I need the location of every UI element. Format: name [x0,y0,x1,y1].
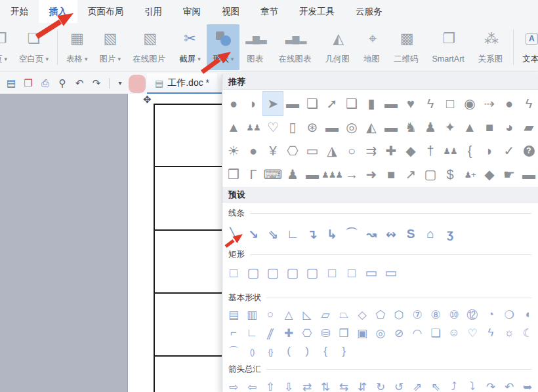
question-bubble-shape[interactable]: ? [519,139,538,163]
money-bag-dollar-shape[interactable]: $ [440,163,460,186]
curved-right-arrow-outline-shape[interactable]: ⇖ [426,378,445,392]
left-bracket-shape[interactable]: ( [279,342,298,361]
tab-insert[interactable]: 插入 [39,0,77,23]
right-arrow-shape[interactable]: → [342,163,362,186]
cover-page-button[interactable]: ❐ 页▾ [0,24,13,70]
export-pdf-button[interactable]: ❐ [20,72,37,94]
rounded-square-2-shape[interactable]: ■ [480,115,499,139]
left-right-arrow-shape[interactable]: ⇄ [298,378,316,392]
octagon-outline-shape[interactable]: ⑧ [426,305,445,324]
table-move-handle[interactable]: ✥ [143,94,152,106]
rounded-pill-shape[interactable]: ▬ [283,92,302,115]
right-bracket-shape[interactable]: ) [298,342,316,361]
elbow-double-arrow-connector-shape[interactable]: ↳ [322,223,342,245]
trend-arrow-shape[interactable]: ↗ [401,163,421,186]
toolbar-more-button[interactable]: ▾ [114,72,127,94]
presentation-shape[interactable]: ♟ [283,163,302,186]
rounded-square-shape[interactable]: ▮ [362,92,381,115]
tab-review[interactable]: 审阅 [173,0,211,23]
person-shape[interactable]: ♟ [421,115,440,139]
sun-outline-shape[interactable]: ☼ [500,324,518,342]
qrcode-button[interactable]: ▩ 二维码 [388,24,426,70]
thin-cross-shape[interactable]: † [421,139,440,163]
decagon-shape[interactable]: ⑩ [445,305,463,324]
rect-callout-shape[interactable]: ❏ [302,92,322,115]
table-button[interactable]: ▦ 表格▾ [60,24,94,70]
trapezoid-shape[interactable]: ⏢ [335,305,353,324]
laptop-shape[interactable]: ⌨ [263,163,283,186]
text-box-button[interactable]: A 文本 [516,24,538,70]
tab-start[interactable]: 开始 [0,0,39,23]
china-map-shape[interactable]: ♞ [401,115,421,139]
lightning-outline-shape[interactable]: ϟ [482,324,500,342]
right-arrow-bold-shape[interactable]: ➜ [362,163,381,186]
vertical-text-box-shape[interactable]: ▥ [243,305,261,324]
u-turn-arrow-shape[interactable]: ↻ [371,378,390,392]
picture-button[interactable]: ▧ 图片▾ [94,24,127,70]
money-bag-yen-shape[interactable]: ¥ [263,139,283,163]
quad-arrow-shape[interactable]: ⇆ [335,378,353,392]
striped-right-arrow-shape[interactable]: ↶ [500,378,518,392]
left-arrow-block-shape[interactable]: ⇦ [243,378,261,392]
tab-view[interactable]: 视图 [211,0,250,23]
heart-outline-shape[interactable]: ♡ [263,115,283,139]
smiley-face-shape[interactable]: ☺ [445,324,463,342]
irregular-seal-shape[interactable]: ⎔ [298,324,316,342]
monitor-shape[interactable]: ▭ [302,139,322,163]
right-arrow-block-shape[interactable]: ⇨ [224,378,243,392]
document-tab[interactable]: ▤ 工作.doc * [147,73,217,92]
cube-outline-shape[interactable]: ❒ [335,324,353,342]
donut-shape[interactable]: ◎ [342,115,362,139]
three-point-star-shape[interactable]: ✦ [440,115,460,139]
chart-button[interactable]: ▂▆▃ 图表 [239,24,272,70]
redo-button[interactable]: ↷ [88,72,105,94]
pie-shape[interactable]: ◔ [482,305,500,324]
tab-cloud[interactable]: 云服务 [345,0,393,23]
circular-arrow-shape[interactable]: ↺ [390,378,408,392]
oval-callout-shape[interactable]: ◗ [243,92,263,115]
blank-page-button[interactable]: ❏ 空白页▾ [13,24,54,70]
notched-right-arrow-shape[interactable]: ➥ [518,378,537,392]
bent-arrow-shape[interactable]: ⇵ [353,378,371,392]
online-picture-button[interactable]: ▧ 在线图片 [127,24,173,70]
square-shape[interactable]: ■ [381,163,401,186]
globe-logistics-shape[interactable]: ⊛ [302,115,322,139]
relationship-button[interactable]: ⁂ 关系图 [472,24,511,70]
up-arrow-block-shape[interactable]: ⇧ [261,378,279,392]
hand-pointer-shape[interactable]: ☛ [499,163,519,186]
circle-2-shape[interactable]: ● [243,139,263,163]
dashed-right-arrow-shape[interactable]: ⇢ [480,92,499,115]
online-chart-button[interactable]: ▃▆▂ 在线图表 [273,24,320,70]
hexagon-shape[interactable]: ⬡ [390,305,408,324]
scribble-shape[interactable]: ʒ [440,223,460,245]
same-side-round-corner-rectangle-shape[interactable]: ▢ [283,262,302,283]
tab-references[interactable]: 引用 [134,0,173,23]
arc-shape[interactable]: ⌒ [224,342,243,361]
curved-left-arrow-shape[interactable]: ↷ [482,378,500,392]
cross-outline-shape[interactable]: ✚ [279,324,298,342]
parallelogram-outline-shape[interactable]: ▱ [316,305,335,324]
teardrop-shape[interactable]: ❍ [500,305,518,324]
octagon-shape[interactable]: ⎔ [283,139,302,163]
lightning-bolt-shape[interactable]: ϟ [421,92,440,115]
pentagon-shape[interactable]: ⬠ [371,305,390,324]
rectangle-shape[interactable]: ▬ [322,115,342,139]
l-shape[interactable]: ∟ [243,324,261,342]
ellipse-shape[interactable]: ● [499,92,519,115]
arrowhead-up-shape[interactable]: ◭ [362,115,381,139]
curved-arrow-connector-shape[interactable]: ↝ [362,223,381,245]
donut-outline-shape[interactable]: ◎ [371,324,390,342]
isosceles-triangle-shape[interactable]: △ [279,305,298,324]
no-symbol-shape[interactable]: ⊘ [390,324,408,342]
diamond-outline-shape[interactable]: ◇ [353,305,371,324]
block-arc-shape[interactable]: ◠ [408,324,426,342]
tab-page-layout[interactable]: 页面布局 [77,0,134,23]
snip-same-side-corner-rectangle-shape[interactable]: □ [342,262,362,283]
folded-corner-shape[interactable]: ❏ [426,324,445,342]
snip-round-corner-rectangle-shape[interactable]: ▭ [381,262,401,283]
freeform-curve-shape[interactable]: S [401,223,421,245]
left-brace-shape[interactable]: { [316,342,335,361]
snip-single-corner-rectangle-shape[interactable]: □ [322,262,342,283]
curved-double-arrow-connector-shape[interactable]: ↭ [381,223,401,245]
chord-outline-shape[interactable]: ◖ [518,305,537,324]
